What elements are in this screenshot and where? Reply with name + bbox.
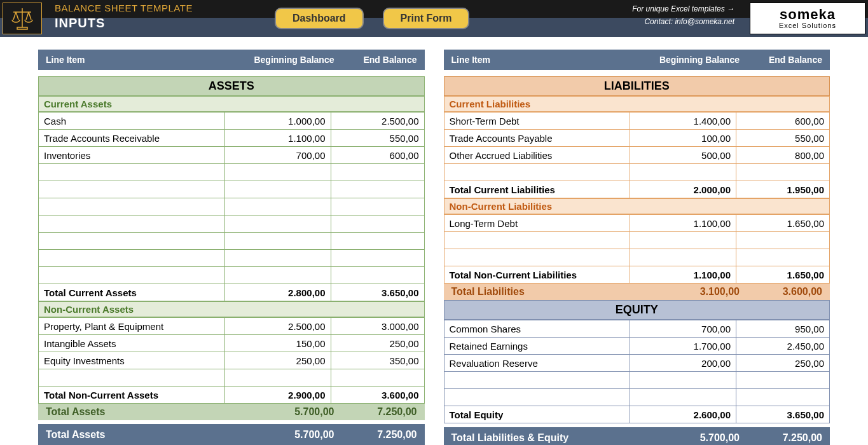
table-row bbox=[444, 232, 830, 249]
table-row bbox=[444, 249, 830, 266]
page-subtitle: INPUTS bbox=[55, 16, 233, 31]
table-row: Other Accrued Liabilities500,00800,00 bbox=[444, 147, 830, 164]
table-row bbox=[39, 164, 425, 181]
footer-total-liab-equity: Total Liabilities & Equity5.700,007.250,… bbox=[444, 427, 830, 445]
current-liabilities-header: Current Liabilities bbox=[444, 96, 830, 112]
noncurrent-liabilities-table: Long-Term Debt1.100,001.650,00 Total Non… bbox=[444, 214, 830, 284]
table-row bbox=[39, 181, 425, 198]
total-liabilities-row: Total Liabilities3.100,003.600,00 bbox=[444, 284, 830, 300]
assets-title: ASSETS bbox=[38, 76, 425, 96]
table-row bbox=[39, 369, 425, 387]
svg-rect-6 bbox=[17, 27, 27, 29]
table-row bbox=[39, 216, 425, 233]
logo-icon bbox=[3, 3, 42, 34]
table-row: Property, Plant & Equipment2.500,003.000… bbox=[39, 318, 425, 335]
table-row bbox=[39, 250, 425, 267]
top-bar: BALANCE SHEET TEMPLATE INPUTS Dashboard … bbox=[0, 0, 868, 37]
total-current-liabilities: Total Current Liabilities2.000,001.950,0… bbox=[444, 181, 830, 198]
liabilities-title: LIABILITIES bbox=[444, 76, 830, 96]
current-assets-header: Current Assets bbox=[38, 96, 425, 112]
noncurrent-assets-header: Non-Current Assets bbox=[38, 301, 425, 317]
svg-line-4 bbox=[26, 12, 29, 20]
table-row: Revaluation Reserve200,00250,00 bbox=[444, 355, 830, 372]
brand-logo: someka Excel Solutions bbox=[750, 3, 865, 34]
table-row bbox=[444, 372, 830, 389]
table-row: Trade Accounts Receivable1.100,00550,00 bbox=[39, 130, 425, 147]
total-noncurrent-liabilities: Total Non-Current Liabilities1.100,001.6… bbox=[444, 266, 830, 284]
svg-line-3 bbox=[16, 12, 18, 20]
promo-block: For unique Excel templates → Contact: in… bbox=[619, 0, 747, 37]
template-title: BALANCE SHEET TEMPLATE bbox=[55, 3, 233, 13]
table-row: Cash1.000,002.500,00 bbox=[39, 113, 425, 130]
noncurrent-assets-table: Property, Plant & Equipment2.500,003.000… bbox=[38, 317, 425, 404]
svg-line-5 bbox=[29, 12, 31, 20]
table-row bbox=[39, 198, 425, 216]
table-row bbox=[39, 267, 425, 284]
promo-link[interactable]: For unique Excel templates → bbox=[632, 3, 734, 15]
liabilities-equity-panel: Line ItemBeginning BalanceEnd Balance LI… bbox=[444, 50, 830, 445]
table-row bbox=[444, 164, 830, 181]
dashboard-button[interactable]: Dashboard bbox=[275, 8, 364, 29]
current-assets-table: Cash1.000,002.500,00 Trade Accounts Rece… bbox=[38, 112, 425, 301]
noncurrent-liabilities-header: Non-Current Liabilities bbox=[444, 198, 830, 214]
equity-table: Common Shares700,00950,00 Retained Earni… bbox=[444, 320, 830, 423]
contact-text: Contact: info@someka.net bbox=[632, 15, 734, 28]
print-form-button[interactable]: Print Form bbox=[383, 8, 470, 29]
current-liabilities-table: Short-Term Debt1.400,00600,00 Trade Acco… bbox=[444, 112, 830, 198]
assets-panel: Line Item Beginning Balance End Balance … bbox=[38, 50, 425, 445]
total-noncurrent-assets: Total Non-Current Assets2.900,003.600,00 bbox=[39, 387, 425, 404]
table-row: Equity Investments250,00350,00 bbox=[39, 352, 425, 369]
column-header-left: Line Item Beginning Balance End Balance bbox=[38, 50, 425, 70]
table-row: Short-Term Debt1.400,00600,00 bbox=[444, 113, 830, 130]
total-current-assets: Total Current Assets2.800,003.650,00 bbox=[39, 284, 425, 301]
column-header-right: Line ItemBeginning BalanceEnd Balance bbox=[444, 50, 830, 70]
footer-total-assets: Total Assets5.700,007.250,00 bbox=[38, 424, 425, 445]
svg-line-2 bbox=[13, 12, 16, 20]
table-row: Long-Term Debt1.100,001.650,00 bbox=[444, 215, 830, 232]
table-row: Trade Accounts Payable100,00550,00 bbox=[444, 130, 830, 147]
table-row: Inventories700,00600,00 bbox=[39, 147, 425, 164]
total-assets-row: Total Assets5.700,007.250,00 bbox=[38, 404, 425, 420]
total-equity: Total Equity2.600,003.650,00 bbox=[444, 406, 830, 423]
table-row: Intangible Assets150,00250,00 bbox=[39, 335, 425, 352]
equity-title: EQUITY bbox=[444, 300, 830, 320]
table-row bbox=[39, 233, 425, 250]
table-row: Common Shares700,00950,00 bbox=[444, 320, 830, 338]
table-row bbox=[444, 389, 830, 406]
table-row: Retained Earnings1.700,002.450,00 bbox=[444, 338, 830, 355]
